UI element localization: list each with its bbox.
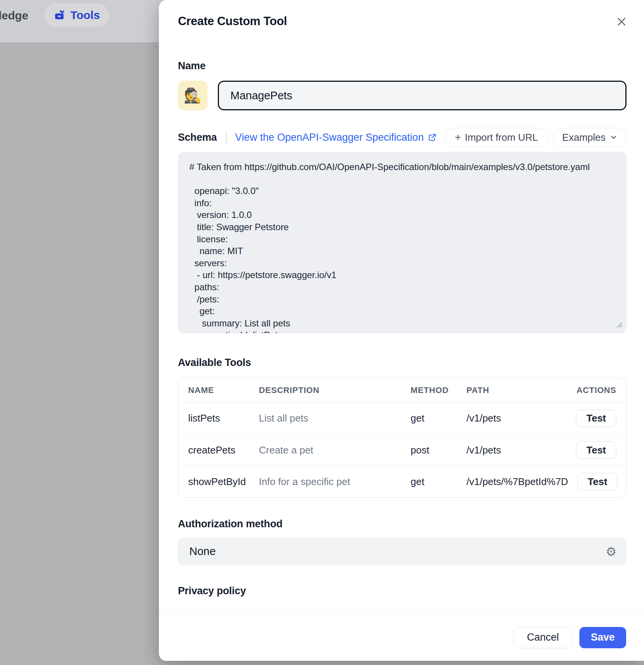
col-path: PATH (466, 385, 567, 395)
modal-title: Create Custom Tool (178, 14, 287, 28)
tab-knowledge-partial[interactable]: ledge (0, 9, 28, 22)
tool-name: showPetById (188, 476, 259, 488)
tool-name: listPets (188, 412, 259, 424)
tool-description: Create a pet (259, 444, 411, 456)
table-row: showPetById Info for a specific pet get … (178, 466, 626, 497)
test-button[interactable]: Test (576, 441, 616, 459)
examples-button[interactable]: Examples (554, 128, 627, 147)
available-tools-heading: Available Tools (178, 357, 251, 369)
authorization-method-value: None (189, 545, 216, 558)
authorization-method-heading: Authorization method (178, 518, 282, 530)
table-header-row: NAME DESCRIPTION METHOD PATH ACTIONS (178, 378, 626, 402)
test-button[interactable]: Test (576, 410, 616, 427)
tool-method: get (411, 412, 466, 424)
tools-tab-label: Tools (70, 9, 100, 22)
tool-description: Info for a specific pet (259, 476, 411, 488)
tool-method: post (411, 444, 466, 456)
openapi-spec-link-label: View the OpenAPI-Swagger Specification (235, 132, 424, 143)
col-description: DESCRIPTION (259, 385, 411, 395)
modal-footer: Cancel Save (159, 614, 644, 661)
col-name: NAME (188, 385, 259, 395)
create-custom-tool-modal: Create Custom Tool Name 🕵️ Schema View t… (159, 0, 644, 661)
test-button[interactable]: Test (577, 473, 618, 490)
schema-label: Schema (178, 132, 217, 143)
close-icon (616, 16, 627, 27)
privacy-policy-heading: Privacy policy (178, 585, 246, 597)
import-from-url-button[interactable]: + Import from URL (444, 128, 548, 147)
avatar-emoji-button[interactable]: 🕵️ (178, 81, 208, 110)
name-input[interactable] (218, 81, 627, 110)
import-from-url-label: Import from URL (465, 132, 538, 143)
plus-icon: + (455, 131, 461, 143)
schema-textarea[interactable]: # Taken from https://github.com/OAI/Open… (178, 152, 627, 333)
table-row: listPets List all pets get /v1/pets Test (178, 402, 626, 434)
tool-path: /v1/pets (466, 444, 567, 456)
tools-icon (54, 9, 66, 21)
schema-divider (226, 132, 227, 143)
col-actions: ACTIONS (567, 385, 616, 395)
tab-tools[interactable]: Tools (44, 3, 109, 27)
tool-description: List all pets (259, 412, 411, 424)
save-button[interactable]: Save (579, 627, 626, 648)
examples-label: Examples (562, 132, 606, 143)
gear-icon[interactable]: ⚙ (606, 546, 617, 558)
tool-path: /v1/pets/%7BpetId%7D (466, 476, 568, 488)
external-link-icon (428, 133, 437, 142)
col-method: METHOD (411, 385, 466, 395)
table-row: createPets Create a pet post /v1/pets Te… (178, 434, 626, 466)
tool-method: get (411, 476, 466, 488)
tool-path: /v1/pets (466, 412, 567, 424)
tool-name: createPets (188, 444, 259, 456)
available-tools-table: NAME DESCRIPTION METHOD PATH ACTIONS lis… (178, 378, 627, 498)
name-label: Name (178, 60, 206, 72)
openapi-spec-link[interactable]: View the OpenAPI-Swagger Specification (235, 132, 436, 143)
detective-emoji: 🕵️ (184, 87, 201, 104)
chevron-down-icon (609, 133, 618, 142)
authorization-method-select[interactable]: None ⚙ (178, 538, 627, 565)
close-button[interactable] (614, 14, 630, 30)
cancel-button[interactable]: Cancel (514, 627, 572, 648)
